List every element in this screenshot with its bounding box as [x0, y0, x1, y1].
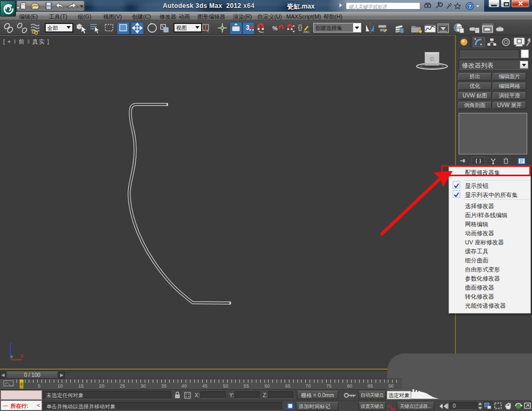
svg-text:Z: Z [10, 342, 12, 347]
svg-text:X: X [20, 354, 23, 359]
svg-text:?: ? [468, 4, 471, 9]
svg-text:%: % [272, 25, 278, 31]
svg-text:{}: {} [298, 23, 302, 31]
svg-text:前: 前 [430, 56, 435, 62]
svg-text:ABC: ABC [303, 30, 310, 34]
svg-text:3: 3 [246, 24, 250, 31]
